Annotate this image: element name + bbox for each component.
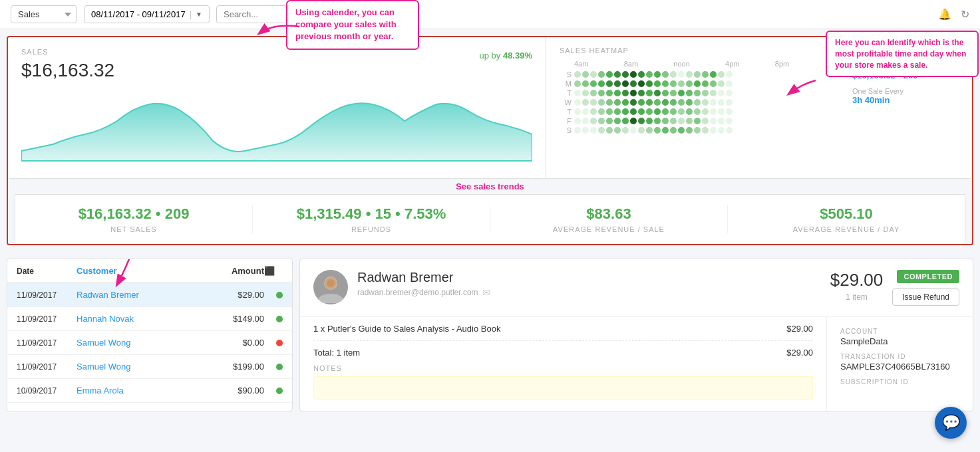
heatmap-panel: SALES HEATMAP 4am 8am noon 4pm 8pm 12am xyxy=(546,37,972,178)
charts-row: SALES $16,163.32 up by 48.39% xyxy=(8,37,972,179)
meta-account: ACCOUNT SampleData xyxy=(840,328,959,346)
up-by: up by 48.39% xyxy=(479,51,532,60)
row-status xyxy=(264,316,283,322)
svg-point-6 xyxy=(327,279,335,287)
table-row[interactable]: 10/09/2017 Emma Arola $90.00 xyxy=(7,379,292,403)
metric-avg-revenue-sale-label: AVERAGE REVENUE / SALE xyxy=(497,225,721,233)
charts-metrics-highlight: SALES $16,163.32 up by 48.39% xyxy=(7,36,973,245)
notes-section: NOTES xyxy=(313,364,813,400)
heatmap-arrow xyxy=(782,77,822,104)
meta-subscription: SUBSCRIPTION ID xyxy=(840,378,959,386)
row-customer: Emma Arola xyxy=(77,386,211,396)
order-line-label: 1 x Putler's Guide to Sales Analysis - A… xyxy=(313,324,500,334)
row-date: 11/09/2017 xyxy=(17,338,77,348)
total-price: $29.00 xyxy=(786,348,813,358)
export-icon[interactable]: ⬛ xyxy=(264,266,283,276)
order-amount: $29.00 xyxy=(830,270,884,290)
status-dot-green xyxy=(276,388,283,394)
calendar-arrow xyxy=(253,20,306,47)
status-dot-green xyxy=(276,316,283,322)
notes-header: NOTES xyxy=(313,364,813,372)
detail-body: 1 x Putler's Guide to Sales Analysis - A… xyxy=(300,317,973,411)
row-date: 11/09/2017 xyxy=(17,362,77,372)
row-status xyxy=(264,388,283,394)
row-date: 11/09/2017 xyxy=(17,314,77,324)
order-lines: 1 x Putler's Guide to Sales Analysis - A… xyxy=(300,317,826,364)
order-line-price: $29.00 xyxy=(786,324,813,334)
row-customer: Samuel Wong xyxy=(77,362,211,372)
meta-transaction-value: SAMPLE37C40665BL73160 xyxy=(840,362,959,372)
heatmap-interval: 3h 40min xyxy=(852,95,959,105)
customer-arrow xyxy=(110,259,157,289)
category-dropdown[interactable]: Sales Orders Customers Products xyxy=(11,5,77,23)
col-header-amount: Amount xyxy=(211,266,264,276)
date-range-button[interactable]: 08/11/2017 - 09/11/2017 | ▼ xyxy=(84,5,210,23)
metric-avg-revenue-day-label: AVERAGE REVENUE / DAY xyxy=(735,225,958,233)
main-content: SALES $16,163.32 up by 48.39% xyxy=(0,29,980,418)
metrics-row: $16,163.32 • 209 NET SALES $1,315.49 • 1… xyxy=(15,194,965,244)
metric-avg-revenue-sale-value: $83.63 xyxy=(497,205,721,223)
sales-label: SALES xyxy=(21,48,532,56)
table-row[interactable]: 11/09/2017 Hannah Novak $149.00 xyxy=(7,307,292,331)
completed-badge: COMPLETED xyxy=(897,270,959,283)
order-line: 1 x Putler's Guide to Sales Analysis - A… xyxy=(313,317,813,341)
customer-email: radwan.bremer@demo.putler.com ✉ xyxy=(357,287,821,298)
trends-annotation-bar: See sales trends xyxy=(8,179,972,194)
sales-chart-panel: SALES $16,163.32 up by 48.39% xyxy=(8,37,546,178)
row-status xyxy=(264,292,283,298)
customer-name: Radwan Bremer xyxy=(357,270,821,285)
meta-account-value: SampleData xyxy=(840,336,959,346)
calendar-annotation: Using calender, you can compare your sal… xyxy=(286,0,419,50)
email-icon: ✉ xyxy=(482,287,490,298)
bell-icon[interactable]: 🔔 xyxy=(938,8,951,21)
heatmap-one-sale: One Sale Every xyxy=(852,87,959,95)
metric-net-sales-label: NET SALES xyxy=(22,225,245,233)
meta-subscription-label: SUBSCRIPTION ID xyxy=(840,378,959,386)
row-customer: Hannah Novak xyxy=(77,314,211,324)
metric-avg-revenue-sale: $83.63 AVERAGE REVENUE / SALE xyxy=(490,205,728,233)
status-dot-red xyxy=(276,340,283,346)
row-amount: $149.00 xyxy=(211,314,264,324)
row-status xyxy=(264,364,283,370)
heatmap-x-labels: 4am 8am noon 4pm 8pm 12am xyxy=(560,60,843,68)
top-bar-icons: 🔔 ↻ xyxy=(938,8,969,21)
row-amount: $29.00 xyxy=(211,290,264,300)
order-actions: COMPLETED Issue Refund xyxy=(892,270,959,306)
top-bar: Sales Orders Customers Products 08/11/20… xyxy=(0,0,980,29)
metric-refunds-value: $1,315.49 • 15 • 7.53% xyxy=(259,205,483,223)
heatmap-row-t2: T xyxy=(560,108,843,116)
row-date: 11/09/2017 xyxy=(17,290,77,300)
detail-body-left: 1 x Putler's Guide to Sales Analysis - A… xyxy=(300,317,826,411)
detail-panel: Radwan Bremer radwan.bremer@demo.putler.… xyxy=(299,259,973,411)
separator: | xyxy=(190,9,192,19)
chat-icon: 💬 xyxy=(942,414,960,418)
metric-refunds: $1,315.49 • 15 • 7.53% REFUNDS xyxy=(253,205,490,233)
sales-chart xyxy=(21,88,532,168)
table-row[interactable]: 11/09/2017 Samuel Wong $0.00 xyxy=(7,331,292,355)
heatmap-row-s2: S xyxy=(560,126,843,134)
heatmap-annotation: Here you can Identify which is the most … xyxy=(826,31,979,77)
status-dot-green xyxy=(276,292,283,298)
notes-box[interactable] xyxy=(313,376,813,400)
row-amount: $90.00 xyxy=(211,386,264,396)
refresh-icon[interactable]: ↻ xyxy=(961,8,969,21)
metric-avg-revenue-day: $505.10 AVERAGE REVENUE / DAY xyxy=(728,205,965,233)
total-label: Total: 1 item xyxy=(313,348,360,358)
meta-transaction: TRANSACTION ID SAMPLE37C40665BL73160 xyxy=(840,353,959,372)
order-items: 1 item xyxy=(830,292,884,302)
metric-refunds-label: REFUNDS xyxy=(259,225,483,233)
table-row[interactable]: 11/09/2017 Samuel Wong $199.00 xyxy=(7,355,292,379)
avatar xyxy=(313,270,348,304)
order-total-line: Total: 1 item $29.00 xyxy=(313,341,813,364)
metric-net-sales: $16,163.32 • 209 NET SALES xyxy=(15,205,253,233)
row-customer: Samuel Wong xyxy=(77,338,211,348)
issue-refund-button[interactable]: Issue Refund xyxy=(892,288,959,306)
meta-account-label: ACCOUNT xyxy=(840,328,959,335)
row-amount: $0.00 xyxy=(211,338,264,348)
trends-annotation-text: See sales trends xyxy=(456,181,524,191)
metric-net-sales-value: $16,163.32 • 209 xyxy=(22,205,245,223)
metric-avg-revenue-day-value: $505.10 xyxy=(735,205,958,223)
col-header-date: Date xyxy=(17,267,77,276)
row-status xyxy=(264,340,283,346)
meta-transaction-label: TRANSACTION ID xyxy=(840,353,959,360)
